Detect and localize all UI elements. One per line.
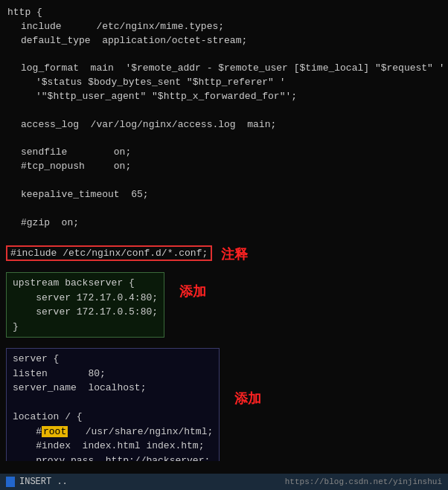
line-gzip: #gzip on; xyxy=(0,216,448,231)
status-mode: INSERT .. xyxy=(19,477,68,487)
line-text: #tcp_nopush on; xyxy=(21,160,131,174)
server-line-index-comment: #index index.html index.htm; xyxy=(13,439,213,454)
line-text: '$status $body_bytes_sent "$http_referer… xyxy=(36,76,285,90)
server-line-1: server { xyxy=(13,352,213,367)
line-empty3 xyxy=(0,132,448,146)
line-text: #gzip on; xyxy=(21,216,79,231)
server-line-3: server_name localhost; xyxy=(13,381,213,396)
line-empty1 xyxy=(0,48,448,62)
line-text: '"$http_user_agent" "$http_x_forwarded_f… xyxy=(36,90,297,104)
server-line-empty xyxy=(13,396,213,410)
line-text: http { xyxy=(7,6,42,20)
include-highlighted: #include /etc/nginx/conf.d/*.conf; xyxy=(6,245,212,261)
editor-area: http { include /etc/nginx/mime.types; de… xyxy=(0,0,448,461)
line-tcp-nopush: #tcp_nopush on; xyxy=(0,160,448,174)
line-default-type: default_type application/octet-stream; xyxy=(0,34,448,48)
line-text: include /etc/nginx/mime.types; xyxy=(21,20,224,34)
upstream-line-2: server 172.17.0.4:80; xyxy=(13,291,158,306)
line-empty4 xyxy=(0,174,448,188)
upstream-block: upstream backserver { server 172.17.0.4:… xyxy=(6,272,164,338)
status-left: INSERT .. xyxy=(6,477,68,487)
line-text: sendfile on; xyxy=(21,146,131,160)
server-row: server { listen 80; server_name localhos… xyxy=(0,345,448,461)
upstream-line-3: server 172.17.0.5:80; xyxy=(13,305,158,320)
upstream-label: 添加 xyxy=(179,283,206,300)
upstream-row: upstream backserver { server 172.17.0.4:… xyxy=(0,268,448,342)
line-text: access_log /var/log/nginx/access.log mai… xyxy=(21,118,276,132)
status-bar: INSERT .. https://blog.csdn.net/yinjinsh… xyxy=(0,474,448,490)
line-empty6 xyxy=(0,231,448,245)
include-label: 注释 xyxy=(221,245,248,263)
upstream-line-1: upstream backserver { xyxy=(13,276,158,291)
server-line-location: location / { xyxy=(13,410,213,425)
line-log-format2: '$status $body_bytes_sent "$http_referer… xyxy=(0,76,448,90)
server-label: 添加 xyxy=(234,390,261,407)
line-log-format3: '"$http_user_agent" "$http_x_forwarded_f… xyxy=(0,90,448,104)
line-access-log: access_log /var/log/nginx/access.log mai… xyxy=(0,118,448,132)
include-row: #include /etc/nginx/conf.d/*.conf; 注释 xyxy=(6,245,442,263)
include-text: #include /etc/nginx/conf.d/*.conf; xyxy=(10,248,208,259)
upstream-line-4: } xyxy=(13,320,158,335)
server-line-root: #root /usr/share/nginx/html; xyxy=(13,425,213,439)
line-text: keepalive_timeout 65; xyxy=(21,188,149,202)
line-sendfile: sendfile on; xyxy=(0,146,448,160)
line-text: default_type application/octet-stream; xyxy=(21,34,247,48)
line-empty2 xyxy=(0,104,448,118)
line-http: http { xyxy=(0,6,448,20)
status-url: https://blog.csdn.net/yinjinshui xyxy=(285,477,442,486)
line-include: include /etc/nginx/mime.types; xyxy=(0,20,448,34)
server-line-2: listen 80; xyxy=(13,367,213,381)
server-line-proxy-pass: proxy_pass http://backserver; xyxy=(13,454,213,461)
line-text: log_format main '$remote_addr - $remote_… xyxy=(21,62,445,76)
server-block: server { listen 80; server_name localhos… xyxy=(6,348,220,461)
line-keepalive: keepalive_timeout 65; xyxy=(0,188,448,202)
line-log-format1: log_format main '$remote_addr - $remote_… xyxy=(0,62,448,76)
status-indicator-icon xyxy=(6,477,15,487)
line-empty5 xyxy=(0,202,448,216)
root-highlight: root xyxy=(42,426,68,437)
